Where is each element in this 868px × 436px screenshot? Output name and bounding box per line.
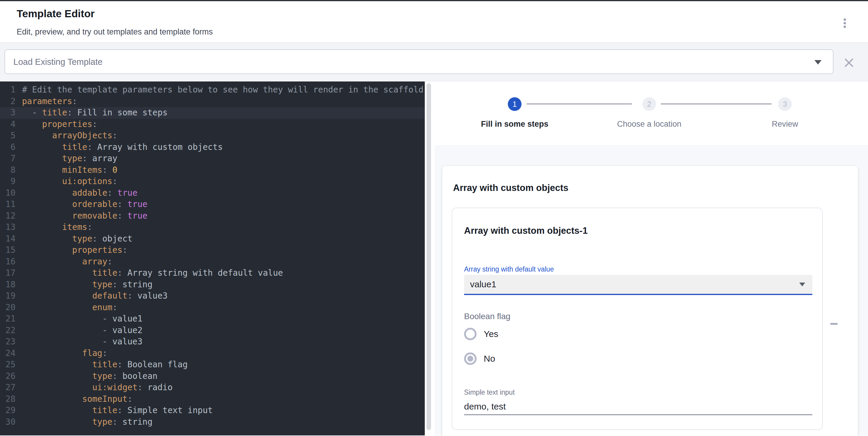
code-line[interactable]: 25 title: Boolean flag — [0, 359, 425, 371]
form-preview-area: Array with custom objects Array with cus… — [435, 146, 868, 435]
code-line[interactable]: 19 default: value3 — [0, 290, 425, 302]
radio-option-label: No — [484, 354, 495, 364]
code-line[interactable]: 28 someInput: — [0, 394, 425, 405]
step-2-label: Choose a location — [590, 120, 709, 129]
preview-pane: 1 2 3 Fill in some steps Choose a locati… — [435, 81, 868, 435]
step-1-label: Fill in some steps — [455, 120, 574, 129]
code-line[interactable]: 2parameters: — [0, 96, 425, 107]
array-section-heading: Array with custom objects — [453, 182, 568, 193]
code-line[interactable]: 23 - value3 — [0, 336, 425, 348]
code-line[interactable]: 12 removable: true — [0, 210, 425, 222]
step-3-circle[interactable]: 3 — [778, 97, 792, 111]
code-line[interactable]: 17 title: Array string with default valu… — [0, 267, 425, 279]
step-connector — [527, 103, 632, 104]
minus-icon — [830, 323, 838, 325]
code-line[interactable]: 1# Edit the template parameters below to… — [0, 84, 425, 96]
code-line[interactable]: 11 orderable: true — [0, 199, 425, 210]
more-options-button[interactable] — [839, 16, 851, 30]
load-select-placeholder: Load Existing Template — [13, 57, 102, 67]
kebab-dot — [844, 22, 846, 24]
step-3-label: Review — [725, 120, 844, 129]
code-line[interactable]: 3 - title: Fill in some steps — [0, 107, 425, 119]
page-header: Template Editor Edit, preview, and try o… — [0, 1, 868, 43]
radio-option-yes[interactable]: Yes — [464, 327, 498, 341]
kebab-dot — [844, 19, 846, 21]
main-split: 1# Edit the template parameters below to… — [0, 81, 868, 435]
code-line[interactable]: 7 type: array — [0, 153, 425, 164]
radio-option-no[interactable]: No — [464, 352, 495, 366]
code-line[interactable]: 9 ui:options: — [0, 176, 425, 188]
code-line[interactable]: 21 - value1 — [0, 313, 425, 325]
code-line[interactable]: 18 type: string — [0, 279, 425, 291]
remove-array-item-button[interactable] — [827, 317, 841, 331]
kebab-dot — [844, 26, 846, 28]
simple-text-input[interactable] — [464, 399, 812, 415]
code-line[interactable]: 26 type: boolean — [0, 371, 425, 382]
code-line[interactable]: 8 minItems: 0 — [0, 164, 425, 176]
editor-scrollbar-thumb[interactable] — [427, 83, 431, 430]
code-line[interactable]: 20 enum: — [0, 302, 425, 313]
stepper: 1 2 3 Fill in some steps Choose a locati… — [435, 81, 868, 146]
array-string-value: value1 — [470, 279, 496, 290]
array-item-heading: Array with custom objects-1 — [464, 226, 588, 236]
boolean-flag-label: Boolean flag — [464, 312, 510, 321]
code-line[interactable]: 5 arrayObjects: — [0, 130, 425, 141]
code-line[interactable]: 14 type: object — [0, 233, 425, 245]
code-line[interactable]: 4 properties: — [0, 119, 425, 130]
code-editor[interactable]: 1# Edit the template parameters below to… — [0, 81, 425, 435]
code-line[interactable]: 10 addable: true — [0, 188, 425, 199]
code-line[interactable]: 15 properties: — [0, 244, 425, 256]
array-item-card: Array with custom objects-1 Array string… — [452, 208, 823, 430]
chevron-down-icon — [814, 60, 822, 65]
code-line[interactable]: 24 flag: — [0, 348, 425, 359]
load-existing-template-select[interactable]: Load Existing Template — [4, 49, 834, 74]
page-subtitle: Edit, preview, and try out templates and… — [17, 27, 213, 37]
code-line[interactable]: 30 type: string — [0, 416, 425, 428]
code-line[interactable]: 13 items: — [0, 222, 425, 233]
simple-text-label: Simple text input — [464, 389, 515, 397]
array-string-select[interactable]: value1 — [464, 275, 812, 295]
clear-selection-button[interactable] — [844, 57, 854, 68]
template-load-toolbar: Load Existing Template — [0, 43, 868, 81]
array-section-card: Array with custom objects Array with cus… — [442, 166, 858, 436]
step-1-circle[interactable]: 1 — [508, 97, 522, 111]
yaml-editor-pane: 1# Edit the template parameters below to… — [0, 81, 435, 435]
radio-icon — [464, 328, 476, 340]
radio-icon — [464, 353, 476, 365]
array-string-label: Array string with default value — [464, 265, 554, 273]
chevron-down-icon — [799, 282, 805, 287]
step-2-circle[interactable]: 2 — [642, 97, 656, 111]
code-line[interactable]: 6 title: Array with custom objects — [0, 141, 425, 153]
code-line[interactable]: 27 ui:widget: radio — [0, 382, 425, 394]
step-connector — [661, 103, 772, 104]
code-line[interactable]: 22 - value2 — [0, 325, 425, 336]
page-title: Template Editor — [17, 8, 95, 20]
code-line[interactable]: 16 array: — [0, 256, 425, 268]
close-icon — [844, 57, 854, 68]
radio-option-label: Yes — [484, 329, 498, 339]
code-line[interactable]: 29 title: Simple text input — [0, 405, 425, 416]
